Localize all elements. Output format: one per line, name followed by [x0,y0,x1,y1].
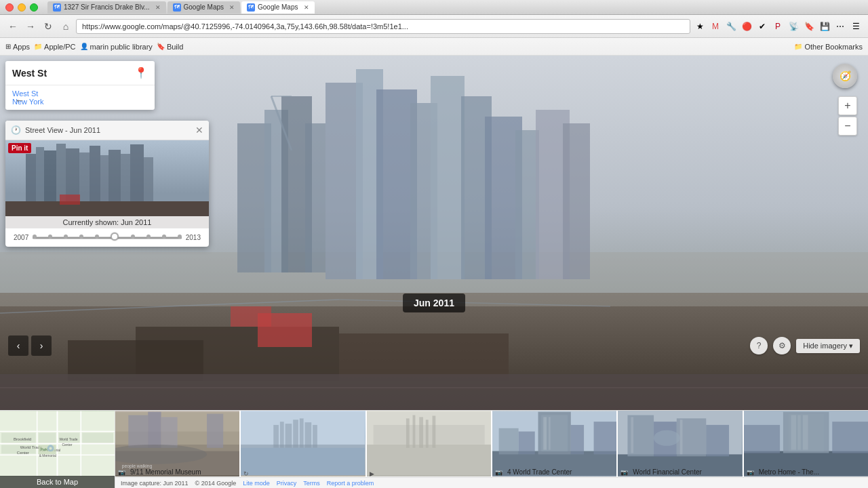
sv-image-bg [5,140,209,228]
svg-rect-81 [300,418,304,447]
t-dot-5-active[interactable] [111,232,119,241]
zoom-in-button[interactable]: + [838,96,857,115]
tab-close-3[interactable]: ✕ [304,4,309,11]
browser-tab-2[interactable]: 🗺 Google Maps ✕ [167,1,240,14]
svg-rect-54 [82,433,113,443]
hide-imagery-button[interactable]: Hide imagery ▾ [796,339,860,353]
browser-tab-3[interactable]: 🗺 Google Maps ✕ [241,1,314,14]
film-item-0[interactable]: people walking 📷 9/11 Memorial Museum [115,411,239,488]
maximize-button[interactable] [30,3,38,12]
more-icon[interactable]: ⋯ [833,20,847,33]
footer-privacy[interactable]: Privacy [277,480,297,487]
pinit-button[interactable]: Pin it [8,143,31,153]
svg-rect-31 [44,150,56,201]
pinterest-icon[interactable]: P [771,20,785,33]
apps-bookmark[interactable]: ⊞ Apps [5,43,30,51]
menu-icon[interactable]: ☰ [849,20,863,33]
compass-button[interactable]: 🧭 [833,64,857,88]
film-caption-3: 4 World Trade Center [505,467,574,477]
close-button[interactable] [5,3,14,12]
sv-close-button[interactable]: ✕ [195,125,203,136]
refresh-button[interactable]: ↻ [41,19,56,34]
svg-rect-72 [207,414,223,448]
sv-timeline: 2007 2013 [5,228,209,247]
film-item-3[interactable]: 📷 4 World Trade Center [492,411,616,488]
other-bookmarks[interactable]: 📁 Other Bookmarks [794,43,863,51]
sv-image-container[interactable]: Pin it Currently shown: Jun 2011 [5,140,209,228]
t-dot-1[interactable] [48,235,52,239]
zoom-out-button[interactable]: − [838,117,857,136]
svg-rect-100 [519,432,535,455]
film-icon-1: ↻ [243,470,249,477]
tab-bar: 🗺 1327 Sir Francis Drake Blv... ✕ 🗺 Goog… [47,1,863,14]
svg-rect-116 [791,415,796,449]
svg-rect-69 [128,415,148,447]
t-dot-0[interactable] [33,235,37,239]
compass-icon: 🧭 [840,70,851,81]
svg-rect-42 [60,195,80,205]
tab-close-2[interactable]: ✕ [229,4,235,11]
extension-icon-2[interactable]: 🔴 [740,20,753,33]
extension-icon-5[interactable]: 💾 [818,20,831,33]
map-thumbnail[interactable]: Brookfield World Trade Center 9/11 Memor… [0,411,115,488]
back-to-map-button[interactable]: Back to Map [0,476,115,488]
address-bar[interactable] [76,19,690,34]
film-img-bg-2 [367,411,491,476]
apple-pc-bookmark[interactable]: 📁 Apple/PC [34,43,75,51]
footer-terms[interactable]: Terms [303,480,320,487]
browser-tab-1[interactable]: 🗺 1327 Sir Francis Drake Blv... ✕ [47,1,166,14]
back-button[interactable]: ← [5,19,20,34]
svg-rect-119 [744,425,780,453]
extension-icon-1[interactable]: 🔧 [724,20,738,33]
title-bar: 🗺 1327 Sir Francis Drake Blv... ✕ 🗺 Goog… [0,0,868,15]
footer-report[interactable]: Report a problem [327,480,374,487]
t-dot-2[interactable] [64,235,68,239]
t-dot-6[interactable] [131,235,135,239]
library-bookmark[interactable]: 👤 marin public library [80,43,153,51]
hide-imagery-chevron: ▾ [849,342,853,350]
tab-close-1[interactable]: ✕ [155,4,161,11]
t-dot-8[interactable] [162,235,166,239]
t-dot-4[interactable] [95,235,99,239]
prev-arrow-button[interactable]: ‹ [8,336,28,356]
film-item-4[interactable]: 📷 World Financial Center [618,411,742,488]
home-button[interactable]: ⌂ [58,19,73,34]
svg-rect-29 [26,154,36,201]
person-icon: 👤 [80,43,88,50]
svg-rect-16 [563,123,590,279]
minimize-button[interactable] [18,3,26,12]
build-bookmark[interactable]: 🔖 Build [157,43,183,51]
next-arrow-button[interactable]: › [31,336,52,356]
film-item-2[interactable]: ▶ [367,411,491,488]
help-button[interactable]: ? [750,337,768,354]
svg-rect-91 [425,420,428,447]
zoom-out-icon: − [844,120,850,132]
t-dot-9[interactable] [178,235,182,239]
star-icon[interactable]: ★ [693,20,707,33]
tab-favicon-1: 🗺 [53,3,61,12]
extension-icon-3[interactable]: ✔ [755,20,769,33]
forward-button[interactable]: → [23,19,38,34]
t-dot-3[interactable] [79,235,83,239]
svg-rect-82 [305,422,312,448]
svg-text:World Trade: World Trade [59,438,77,441]
film-item-1[interactable]: ↻ [241,411,365,488]
time-badge: Jun 2011 [403,293,465,312]
timeline-track[interactable] [33,237,182,239]
film-item-5[interactable]: 📷 Metro Home - The... [744,411,868,488]
extension-icon-4[interactable]: 🔖 [802,20,816,33]
bottom-controls: ‹ › ? ⚙ Hide imagery ▾ [0,336,868,356]
rss-icon[interactable]: 📡 [787,20,800,33]
film-label-1: ↻ [241,470,365,477]
footer-lite-mode[interactable]: Lite mode [243,480,270,487]
main-area: Jun 2011 🧭 + − ‹ › [0,56,868,434]
t-dot-7[interactable] [146,235,151,239]
settings-button[interactable]: ⚙ [773,337,791,354]
bookmark-icon-1: 🔖 [157,43,165,50]
footer-copyright: © 2014 Google [195,480,237,487]
bookmarks-bar: ⊞ Apps 📁 Apple/PC 👤 marin public library… [0,38,868,56]
gmail-icon[interactable]: M [709,20,722,33]
svg-rect-77 [274,425,279,448]
svg-rect-35 [90,146,100,201]
back-arrow[interactable]: ← [15,95,24,106]
